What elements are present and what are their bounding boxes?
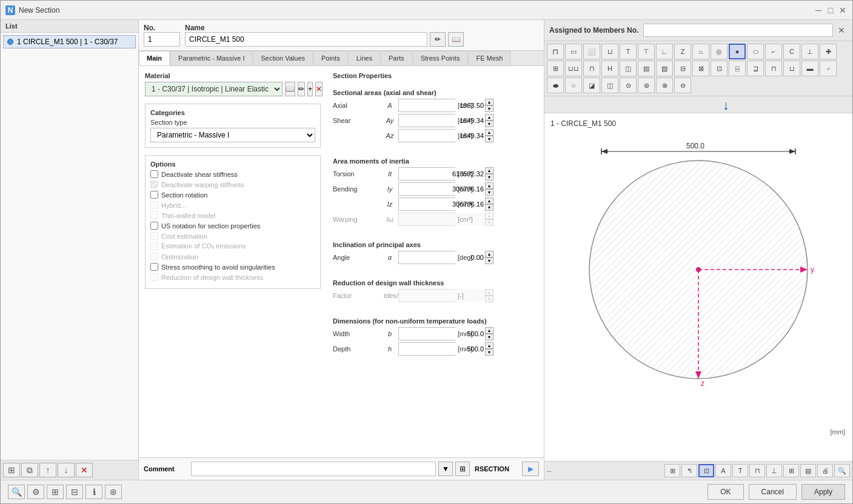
bending-iy-up[interactable]: ▲ [485, 182, 493, 189]
apply-button[interactable]: Apply [801, 484, 845, 500]
section-type-rect[interactable]: ▭ [565, 44, 582, 59]
cancel-button[interactable]: Cancel [749, 484, 797, 500]
angle-up[interactable]: ▲ [485, 251, 493, 257]
view-btn[interactable]: ↰ [681, 464, 697, 477]
footer-settings-btn[interactable]: ⚙ [27, 485, 44, 499]
angle-dn[interactable]: ▼ [485, 257, 493, 264]
footer-view-btn[interactable]: ⊟ [66, 485, 83, 499]
zoom-fit-btn[interactable]: ⊞ [664, 464, 680, 477]
section-type-r3[interactable]: ⊝ [620, 78, 637, 93]
no-input[interactable] [144, 32, 180, 47]
bending-iz-up[interactable]: ▲ [485, 197, 493, 204]
section-type-blob[interactable]: ⬬ [547, 78, 564, 93]
view-opt5[interactable]: ⊥ [766, 464, 782, 477]
edit-name-button[interactable]: ✏ [430, 32, 446, 47]
section-type-s12[interactable]: ⌿ [820, 61, 837, 76]
ok-button[interactable]: OK [707, 484, 743, 500]
section-type-box[interactable]: ⊞ [547, 61, 564, 76]
search-btn[interactable]: 🔍 [834, 464, 850, 477]
shear-ay-up[interactable]: ▲ [485, 114, 493, 121]
section-type-s11[interactable]: ▬ [801, 61, 818, 76]
footer-search-btn[interactable]: 🔍 [8, 485, 25, 499]
move-down-button[interactable]: ↓ [58, 463, 75, 477]
section-type-s1[interactable]: ◫ [620, 61, 637, 76]
section-type-ht[interactable]: ⊓ [583, 61, 600, 76]
torsion-up[interactable]: ▲ [485, 167, 493, 174]
axial-spin-up[interactable]: ▲ [485, 99, 493, 105]
section-type-trapezoid[interactable]: ⏢ [692, 44, 709, 59]
close-button[interactable]: ✕ [838, 5, 848, 15]
section-type-s2[interactable]: ▤ [638, 61, 655, 76]
section-type-s9[interactable]: ⊓ [765, 61, 782, 76]
view-opt3[interactable]: T [732, 464, 748, 477]
depth-dn[interactable]: ▼ [485, 349, 493, 356]
section-type-t2[interactable]: ⊤ [638, 44, 655, 59]
section-type-s4[interactable]: ⊟ [674, 61, 691, 76]
shear-az-dn[interactable]: ▼ [485, 136, 493, 142]
new-section-button[interactable]: ⊞ [3, 463, 20, 477]
book-button[interactable]: 📖 [448, 32, 464, 47]
material-book-btn[interactable]: 📖 [285, 82, 295, 96]
comment-input[interactable] [191, 462, 436, 476]
view-opt2[interactable]: A [715, 464, 731, 477]
material-edit-btn[interactable]: ✏ [298, 82, 305, 96]
width-dn[interactable]: ▼ [485, 334, 493, 340]
section-type-inv-t[interactable]: ⊥ [801, 44, 818, 59]
axial-spin-dn[interactable]: ▼ [485, 105, 493, 112]
section-rotation-checkbox[interactable] [150, 191, 158, 199]
section-type-ht2[interactable]: H [601, 61, 618, 76]
section-type-s10[interactable]: ⊔ [783, 61, 800, 76]
section-type-t[interactable]: T [620, 44, 637, 59]
clear-assigned-button[interactable]: ✕ [835, 24, 848, 36]
section-type-r1[interactable]: ◪ [583, 78, 600, 93]
tab-fe-mesh[interactable]: FE Mesh [468, 51, 510, 65]
assigned-input[interactable] [643, 24, 833, 37]
material-select[interactable]: 1 - C30/37 | Isotropic | Linear Elastic [145, 82, 283, 96]
section-type-r5[interactable]: ⊗ [656, 78, 673, 93]
section-type-circle2[interactable]: ○ [565, 78, 582, 93]
section-type-square[interactable]: ⬜ [583, 44, 600, 59]
print-btn[interactable]: 🖨 [817, 464, 833, 477]
section-type-select[interactable]: Parametric - Massive I [150, 128, 315, 142]
tab-points[interactable]: Points [313, 51, 348, 65]
section-type-l[interactable]: ⌐ [765, 44, 782, 59]
section-type-s5[interactable]: ⊠ [692, 61, 709, 76]
shear-az-up[interactable]: ▲ [485, 129, 493, 136]
section-type-i-beam[interactable]: ⊓ [547, 44, 564, 59]
section-type-cross[interactable]: ✚ [820, 44, 837, 59]
tab-section-values[interactable]: Section Values [253, 51, 313, 65]
move-up-button[interactable]: ↑ [39, 463, 56, 477]
section-type-oval[interactable]: ⬭ [747, 44, 764, 59]
bending-iy-dn[interactable]: ▼ [485, 189, 493, 196]
minimize-button[interactable]: ─ [814, 5, 823, 15]
view-opt4[interactable]: ⊓ [749, 464, 765, 477]
list-item[interactable]: 1 CIRCLE_M1 500 | 1 - C30/37 [3, 35, 136, 48]
deactivate-shear-checkbox[interactable] [150, 170, 158, 178]
name-input[interactable] [185, 32, 427, 47]
depth-up[interactable]: ▲ [485, 342, 493, 349]
tab-stress-points[interactable]: Stress Points [413, 51, 468, 65]
tab-main[interactable]: Main [139, 51, 170, 65]
view-opt6[interactable]: ⊞ [783, 464, 799, 477]
footer-extra-btn[interactable]: ⊛ [105, 485, 122, 499]
width-up[interactable]: ▲ [485, 327, 493, 334]
footer-info-btn[interactable]: ℹ [85, 485, 102, 499]
stress-smoothing-checkbox[interactable] [150, 263, 158, 271]
footer-grid-btn[interactable]: ⊞ [47, 485, 64, 499]
section-type-c[interactable]: C [783, 44, 800, 59]
shear-ay-dn[interactable]: ▼ [485, 121, 493, 127]
section-type-u[interactable]: ⊔ [601, 44, 618, 59]
comment-expand-btn[interactable]: ▼ [438, 462, 453, 476]
bending-iz-dn[interactable]: ▼ [485, 204, 493, 211]
copy-button[interactable]: ⧉ [21, 463, 38, 477]
section-type-s6[interactable]: ⊡ [711, 61, 728, 76]
section-type-2u[interactable]: ⊔⊔ [565, 61, 582, 76]
material-delete-btn[interactable]: ✕ [315, 82, 323, 96]
comment-copy-btn[interactable]: ⊞ [455, 462, 470, 476]
section-type-r2[interactable]: ◫ [601, 78, 618, 93]
section-type-s3[interactable]: ▧ [656, 61, 673, 76]
rsection-button[interactable]: ▶ [522, 462, 539, 476]
section-type-angle[interactable]: ∟ [656, 44, 673, 59]
section-type-s7[interactable]: ⌸ [729, 61, 746, 76]
section-type-z[interactable]: Z [674, 44, 691, 59]
